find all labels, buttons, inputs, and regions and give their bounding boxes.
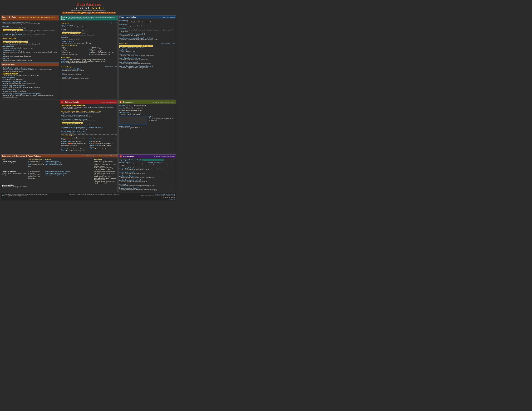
cmd-ovtest: ovtest test for omitted variable bias — [119, 107, 175, 109]
cmd-xtdescribe: xtdescribe report panel aspects of a dat… — [119, 23, 175, 27]
cmd-proportion: proportion rep78 foreign estimates of pr… — [2, 49, 58, 53]
additional-models-box: Additional Models pca built-in Stata pri… — [61, 134, 117, 152]
estimate-models-header: 1 Estimate Models stores results as e-cl… — [60, 100, 117, 104]
badge-2: 2 — [119, 101, 122, 103]
postestimation-section: 3 Postestimation commands that use a fit… — [118, 154, 176, 192]
time-series-subsection: Time Series webuse sunspot, clear tsset … — [61, 21, 117, 64]
cmd-svy-subpop: svy, subpop(rural): mean age estimate a … — [119, 57, 175, 60]
ts-operators-table: L. lag xt-1 L2. 2-period lag xt-2 F. lea… — [61, 47, 117, 56]
cmd-ksmirnov: ksmirnov mpg, by(foreign) exact Kolmogor… — [2, 81, 58, 84]
cmd-generate-lag: generate lag_spot = L1.spot tsline plot … — [61, 32, 117, 36]
cmd-mean: mean price mpg estimates of means, inclu… — [2, 46, 58, 49]
summarize-data-section: Summarize Data Examples use auto.dta (sy… — [1, 16, 59, 63]
cmd-stset: stset studytime, failure(died) declare s… — [61, 68, 117, 71]
cmd-ranksum: ranksum mpg, by(foreign) exact equality … — [2, 85, 58, 88]
display-cmds: display _b[length] display _se[length] — [119, 161, 175, 163]
declare-data-section: Declare Data By declaring data type, you… — [60, 16, 118, 99]
cmd-svyset: svyset psuid [pweight = finalwgt], strat… — [119, 45, 175, 48]
additional-models-header: Additional Models — [61, 135, 116, 137]
cmd-tsset: tsset time, yearly declare sunspot data … — [61, 24, 117, 28]
cmd-anova: anova systolic drug webuse systolic, cle… — [2, 89, 58, 92]
estimate-models-section: 1 Estimate Models stores results as e-cl… — [60, 100, 118, 154]
cmd-xtreg: xtreg ln_w c.age##c.age ttl_exp, fe vce(… — [119, 37, 175, 40]
cmd-rreg: rreg price mpg weight, genwt(reg_wt) est… — [61, 114, 117, 118]
cmd-pwmean: pwmean mpg, over(rep78) pveffects mcompa… — [2, 93, 58, 98]
cmd-pwcorr: pwcorr price mpg weight, star(0.05) retu… — [2, 41, 58, 45]
cmd-stem: stem mpg return stem-and-leaf display of… — [2, 25, 58, 29]
cmd-xtline: xtline ln_wage if id <= 22, tlabel(#3) p… — [119, 33, 175, 37]
cmd-rvfplot: rvfplot, yline(0) plot residuals against… — [119, 125, 147, 129]
cmd-arima: arima spot, ar(1/2) estimate an auto-reg… — [61, 40, 117, 44]
panel-webuse: webuse nlswork, clear — [162, 17, 175, 18]
ts-operators-header: Time Series Operators — [61, 45, 117, 47]
cmd-logit: logit foreign headroom mpg, or estimate … — [61, 122, 117, 126]
cmd-lincom: lincom headroom - length test linear com… — [119, 187, 175, 190]
cmd-total: total price estimates of totals, includi… — [2, 57, 58, 61]
survey-data-subsection: Survey Data webuse nhanes2b, clear svyse… — [119, 42, 175, 68]
postestimation-note: commands that use a fitted model — [154, 156, 175, 157]
statistical-tests-section: Statistical Tests tabulate foreign rep78… — [1, 63, 59, 99]
cmd-avplots: avplots plot all partial-regression leve… — [148, 116, 175, 121]
panel-header: Panel / Longitudinal webuse nlswork, cle… — [118, 16, 176, 19]
diagnostics-note: not appropriate after robust cluster( ) — [152, 101, 175, 103]
main-title: Data Analysis — [62, 2, 116, 7]
survey-header: Survey Data — [119, 43, 128, 45]
cmd-svy-tab: svy: tabulate sex heartatk report two-wa… — [119, 61, 175, 65]
cmd-prtest: prtest foreign == 0.5 one-sample test of… — [2, 77, 58, 80]
time-series-header: Time Series — [61, 22, 69, 24]
time-series-webuse: webuse sunspot, clear — [104, 22, 117, 24]
cmd-svy-mean: svy: mean age, over(sex) estimate a popu… — [119, 53, 175, 56]
stores-note: stores results as e-class — [102, 101, 116, 103]
page-footer: 🐦 Tim Essam (tessam@usaid.gov) • Laura H… — [1, 193, 176, 200]
declare-data-header: Declare Data By declaring data type, you… — [60, 16, 117, 20]
subtitle: with Stata 14.1 — [74, 7, 89, 10]
summarize-data-header: Summarize Data Examples use auto.dta (sy… — [1, 16, 59, 20]
cmd-ttest: ttest mpg, by(foreign) estimate t test o… — [2, 73, 58, 76]
cmd-stcox: stcox drug age estimate a cox proportion… — [61, 76, 117, 79]
footer-left: 🐦 Tim Essam (tessam@usaid.gov) • Laura H… — [2, 193, 48, 200]
cmd-stsum: stsum summarize survival-time data — [61, 72, 117, 75]
cmd-regress-cluster: regress price mpg weight if foreign == 0… — [61, 110, 117, 114]
cmd-correlate: correlate mpg price return correlation o… — [2, 37, 58, 41]
cmd-ci: ci mean mpg price, level(99) — for Stata… — [2, 33, 58, 37]
cheatsheet-label: Cheat Sheet — [90, 7, 104, 10]
cmd-vif: vif report variance inflation factor — [119, 109, 175, 111]
survival-analysis-subsection: Survival Analysis webuse drugtr, clear s… — [61, 65, 117, 79]
cmd-dfbeta: dfbeta(length) type additional diagnosti… — [119, 112, 175, 115]
cmd-regress-post: regress price headroom length Used in al… — [119, 159, 175, 161]
categorical-table: Type Operator / Description Example Desc… — [2, 158, 117, 188]
cmd-regress-robust: regress price mpg weight, robust estimat… — [61, 105, 117, 110]
statistical-tests-header: Statistical Tests — [1, 63, 59, 66]
cmd-bootstrap: bootstrap, reps(100): regress mpg /* */ … — [61, 126, 117, 130]
badge-1: 1 — [61, 101, 63, 103]
cmd-estat-hettest: estat hettest test for heteroskedasticit… — [119, 105, 175, 106]
categorical-vars-header: Estimation with Categorical & Factor Var… — [1, 155, 117, 158]
cmd-probit: probit foreign turn price, vce(robust) e… — [61, 118, 117, 122]
more-info: For more info see Stata's reference manu… — [62, 10, 116, 11]
cmd-predict-esample: predict what if e(sample) create predict… — [119, 175, 175, 178]
cmd-svydescribe: svydescribe report survey data details — [119, 49, 175, 52]
postestimation-header: 3 Postestimation commands that use a fit… — [118, 155, 176, 158]
cmd-tsreport: tsreport report time series aspects of a… — [61, 28, 117, 32]
cmd-margins-dydx: margins, dydx(length) returns e-class in… — [119, 167, 175, 170]
categorical-vars-section: Estimation with Categorical & Factor Var… — [1, 154, 118, 192]
cmd-univar: univar price mpg, boxplot ssc install un… — [2, 21, 58, 25]
additional-models-grid: pca built-in Stata principal components … — [61, 137, 116, 152]
panel-longitudinal-section: Panel / Longitudinal webuse nlswork, cle… — [118, 16, 176, 99]
survival-webuse: webuse drugtr, clear — [105, 66, 117, 67]
cmd-margins-eyex: margins, eyex(length) return the estimat… — [119, 171, 175, 174]
cmd-xtset: xtset id year declare national longitudi… — [119, 19, 175, 23]
cmd-ratio: ratio estimates of ratio, including stan… — [2, 54, 58, 57]
stored-note: Results are stored as either e-class or … — [62, 12, 116, 14]
cmd-test-mpg: test mpg = 0 test linear hypotheses that… — [119, 183, 175, 187]
cmd-summarize: summarize price mpg, detail — frequently… — [2, 29, 58, 33]
footer-right: geocenter.github.io/StataTraining Discla… — [141, 193, 175, 200]
cmd-tabulate: tabulate foreign rep78, chi2 exact expec… — [2, 67, 58, 72]
diagnostics-section: 2 Diagnostics not appropriate after robu… — [118, 100, 176, 154]
diagnostics-plots: rvfplot, yline(0) plot residuals against… — [119, 116, 175, 129]
diagnostics-header: 2 Diagnostics not appropriate after robu… — [118, 100, 176, 104]
cmd-tsline: tsline spot plot time series of sunspots — [61, 37, 117, 40]
cmd-jacknife: jacknife r(mean), double: sum mpg jackni… — [61, 131, 117, 134]
page-header: Data Analysis with Stata 14.1 Cheat Shee… — [1, 1, 176, 15]
useful-addins-header: Useful Add-Ins — [61, 56, 117, 58]
